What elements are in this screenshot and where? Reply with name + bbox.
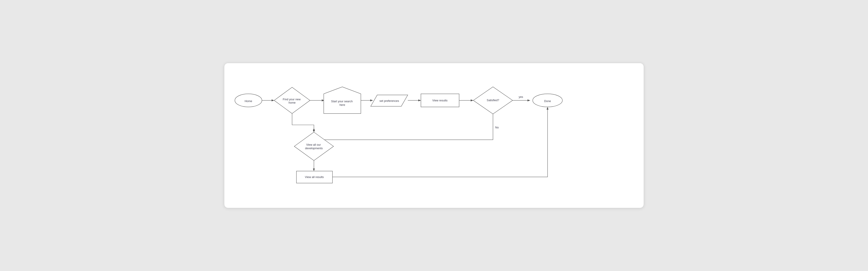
view-all-results-label: View all results <box>305 175 324 179</box>
view-all-developments-label: View all our developments <box>305 143 323 150</box>
view-results-label: View results <box>432 99 447 102</box>
yes-label: yes <box>519 95 523 99</box>
satisfied-label: Satisfied? <box>487 99 499 102</box>
set-preferences-label: set preferences <box>379 99 399 103</box>
done-label: Done <box>544 100 551 103</box>
home-label: Home <box>245 100 252 103</box>
no-label: No <box>495 126 499 129</box>
diagram-canvas: text { font-family: Arial, sans-serif; f… <box>224 63 644 208</box>
